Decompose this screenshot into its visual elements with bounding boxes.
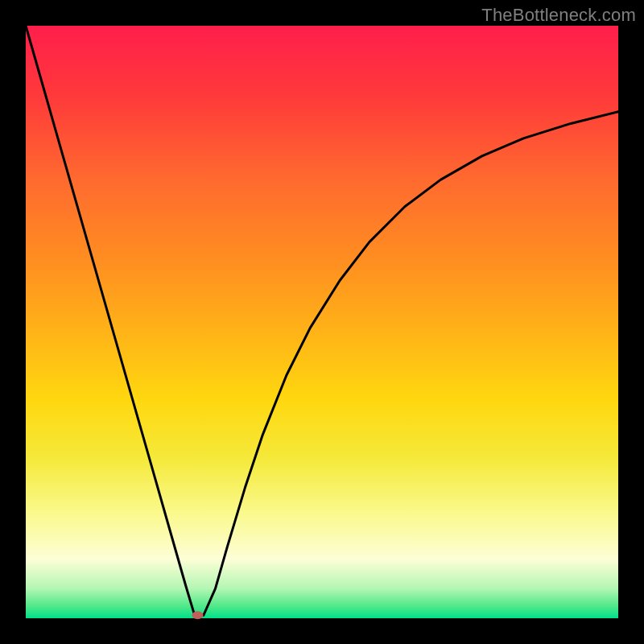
chart-overlay [26,26,618,618]
chart-frame: TheBottleneck.com [0,0,644,644]
min-point-marker [192,611,203,619]
bottleneck-curve [26,26,618,615]
watermark-text: TheBottleneck.com [481,5,636,26]
